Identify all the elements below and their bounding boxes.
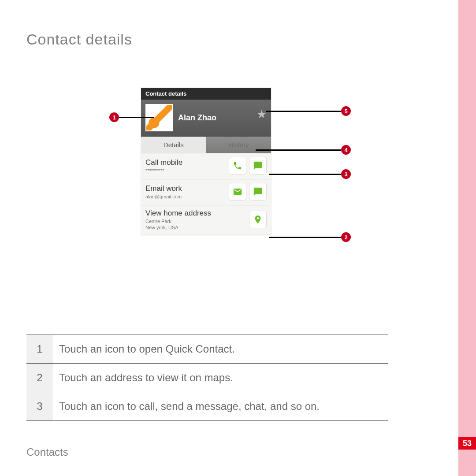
legend-row: 2 Touch an address to view it on maps. xyxy=(26,364,388,392)
callout-4: 4 xyxy=(341,145,351,155)
page-number: 53 xyxy=(458,437,476,450)
legend-row: 1 Touch an icon to open Quick Contact. xyxy=(26,335,388,364)
page-title: Contact details xyxy=(26,31,397,48)
row-call-title: Call mobile xyxy=(145,158,182,167)
side-stripe xyxy=(458,0,476,476)
legend-table: 1 Touch an icon to open Quick Contact. 2… xyxy=(26,335,388,421)
tabs: Details History xyxy=(141,137,271,153)
callout-3: 3 xyxy=(341,169,351,179)
phone-titlebar: Contact details xyxy=(141,88,271,100)
legend-num: 1 xyxy=(26,335,53,364)
row-home-address[interactable]: View home address Centre Park New york, … xyxy=(141,205,271,234)
page-content: Contact details Contact details Alan Zha… xyxy=(26,31,397,421)
email-icon[interactable] xyxy=(229,183,246,201)
row-call-mobile[interactable]: Call mobile ********** xyxy=(141,153,271,179)
manual-page: 53 Contact details Contact details Alan … xyxy=(0,0,476,476)
row-address-title: View home address xyxy=(145,209,211,218)
legend-num: 3 xyxy=(26,392,53,421)
contact-name: Alan Zhao xyxy=(178,113,216,123)
callout-line-4 xyxy=(256,149,341,151)
call-icon[interactable] xyxy=(229,157,246,175)
callout-line-5 xyxy=(266,111,341,112)
legend-text: Touch an icon to open Quick Contact. xyxy=(53,335,388,364)
contact-header: Alan Zhao ★ xyxy=(141,100,271,137)
callout-line-1 xyxy=(119,117,154,118)
tab-details[interactable]: Details xyxy=(141,137,206,153)
callout-1: 1 xyxy=(109,112,119,122)
figure: Contact details Alan Zhao ★ Details Hist… xyxy=(26,88,397,282)
legend-row: 3 Touch an icon to call, send a message,… xyxy=(26,392,388,421)
chat-icon[interactable] xyxy=(249,183,267,201)
row-email-sub: alan@gmail.com xyxy=(145,194,182,199)
row-call-sub: ********** xyxy=(145,168,182,173)
callout-5: 5 xyxy=(341,106,351,116)
row-address-sub1: Centre Park xyxy=(145,219,211,224)
legend-text: Touch an address to view it on maps. xyxy=(53,364,388,392)
favorite-star-icon[interactable]: ★ xyxy=(257,108,267,121)
sms-icon[interactable] xyxy=(249,157,267,175)
row-email-work[interactable]: Email work alan@gmail.com xyxy=(141,179,271,205)
row-email-title: Email work xyxy=(145,184,182,193)
legend-text: Touch an icon to call, send a message, c… xyxy=(53,392,388,421)
row-address-sub2: New york, USA xyxy=(145,225,211,230)
section-footer-label: Contacts xyxy=(26,446,68,458)
callout-line-2 xyxy=(269,237,341,238)
legend-num: 2 xyxy=(26,364,53,392)
callout-line-3 xyxy=(269,174,341,175)
callout-2: 2 xyxy=(341,232,351,242)
map-pin-icon[interactable] xyxy=(249,211,267,228)
phone-screenshot: Contact details Alan Zhao ★ Details Hist… xyxy=(141,88,271,234)
